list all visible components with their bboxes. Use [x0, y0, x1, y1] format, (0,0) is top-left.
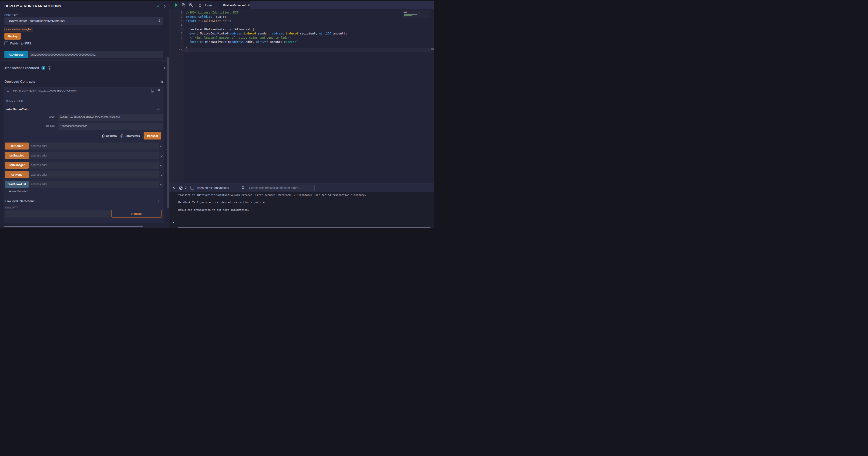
- contract-select[interactable]: INativeMinter - contracts/INativeMinter.…: [4, 17, 163, 25]
- terminal-prompt[interactable]: >: [172, 221, 174, 224]
- minimap-line: [404, 13, 431, 13]
- code-line[interactable]: 10: [169, 48, 402, 52]
- transactions-recorded-label: Transactions recorded: [4, 66, 39, 70]
- line-number: 5: [169, 27, 182, 31]
- function-row: readAllowList: [3, 181, 164, 188]
- minimap-divider: [431, 9, 431, 183]
- transactions-count-badge: 2: [41, 66, 45, 70]
- evm-version-badge: evm version: shanghai: [4, 27, 33, 31]
- zoom-in-icon[interactable]: [189, 3, 193, 7]
- function-arg-input-setManager[interactable]: [29, 162, 159, 169]
- transact-button[interactable]: transact: [144, 132, 161, 140]
- low-level-title: Low level interactions: [5, 199, 34, 203]
- line-number: 10: [169, 48, 182, 52]
- calldata-copy-label: Calldata: [106, 134, 117, 138]
- tab-home[interactable]: Home: [196, 1, 214, 9]
- deploy-button[interactable]: Deploy: [4, 33, 21, 39]
- minimap-line: [404, 17, 431, 18]
- function-button-setManager[interactable]: setManager: [5, 162, 29, 169]
- transactions-expand-chevron-icon[interactable]: [162, 66, 165, 69]
- code-line[interactable]: 7 // Mint [amount] number of native coin…: [169, 36, 402, 40]
- contract-label: CONTRACT: [4, 14, 19, 17]
- function-arg-input-setAdmin[interactable]: [29, 143, 159, 149]
- run-script-play-icon[interactable]: [175, 3, 178, 7]
- calldata-section-label: CALLDATA: [5, 206, 19, 209]
- publish-ipfs-checkbox[interactable]: [4, 41, 8, 45]
- function-action-row: Calldata Parameters transact: [102, 132, 161, 140]
- code-editor[interactable]: 1//SPDX-License-Identifier: MIT2pragma s…: [169, 9, 434, 183]
- code-line[interactable]: 3import "./IAllowList.sol";: [169, 19, 402, 23]
- function-arg-input-setNone[interactable]: [29, 171, 159, 178]
- function-button-setEnabled[interactable]: setEnabled: [5, 152, 29, 159]
- code-line[interactable]: 8 function mintNativeCoin(address addr, …: [169, 40, 402, 44]
- low-level-info-icon[interactable]: i: [158, 198, 159, 202]
- copy-parameters-button[interactable]: Parameters: [121, 134, 140, 138]
- function-expand-chevron-icon[interactable]: [160, 164, 162, 166]
- call-output-index: 0:: [9, 190, 12, 193]
- function-arg-input-readAllowList[interactable]: [29, 181, 159, 188]
- listen-transactions-checkbox[interactable]: [190, 186, 194, 190]
- transactions-recorded-row[interactable]: Transactions recorded 2: [4, 66, 51, 70]
- title-underline: [4, 10, 90, 10]
- zoom-out-icon[interactable]: [182, 3, 185, 7]
- code-line[interactable]: 5interface INativeMinter is IAllowList {: [169, 27, 402, 31]
- param-addr-input[interactable]: [58, 114, 163, 121]
- active-file-tab-label: INativeMinter.sol: [223, 3, 246, 7]
- panel-collapse-chevron-icon[interactable]: [163, 5, 165, 7]
- copy-calldata-button[interactable]: Calldata: [102, 134, 117, 138]
- tab-active-file[interactable]: INativeMinter.sol ×: [219, 1, 250, 9]
- deployed-contract-card: INATIVEMINTER AT 0X020...00001 (BLOCKCHA…: [3, 87, 164, 223]
- function-row: setNone: [3, 171, 164, 178]
- home-icon: [198, 3, 202, 7]
- minimap-line: [404, 17, 431, 17]
- code-line[interactable]: 6 event NativeCoinMinted(address indexed…: [169, 31, 402, 36]
- editor-scrollbar-mark[interactable]: [431, 49, 434, 50]
- clear-instances-trash-icon[interactable]: [160, 80, 163, 84]
- code-line[interactable]: 1//SPDX-License-Identifier: MIT: [169, 10, 402, 15]
- at-address-button[interactable]: At Address: [4, 51, 28, 58]
- deployed-contracts-title: Deployed Contracts: [4, 79, 35, 83]
- deploy-run-panel: DEPLOY & RUN TRANSACTIONS ✓ CONTRACT INa…: [0, 1, 169, 228]
- code-line[interactable]: 4: [169, 23, 402, 27]
- remove-instance-close-icon[interactable]: ×: [158, 88, 160, 92]
- minimap-line: [404, 16, 431, 16]
- instance-collapse-chevron-icon[interactable]: [7, 89, 9, 92]
- panel-title: DEPLOY & RUN TRANSACTIONS: [4, 4, 61, 8]
- function-button-setNone[interactable]: setNone: [5, 171, 29, 178]
- card-divider: [5, 197, 162, 197]
- code-lines: 1//SPDX-License-Identifier: MIT2pragma s…: [169, 10, 402, 52]
- function-button-readAllowList[interactable]: readAllowList: [5, 181, 29, 188]
- terminal-content[interactable]: transact to INativeMinter.mintNativeCoin…: [169, 192, 434, 228]
- home-tab-label: Home: [204, 3, 212, 7]
- terminal-collapse-double-chevron-icon[interactable]: [172, 186, 175, 190]
- editor-minimap[interactable]: [404, 10, 431, 19]
- tab-close-icon[interactable]: ×: [248, 3, 250, 7]
- select-arrows-icon: [158, 19, 160, 22]
- function-expand-chevron-icon[interactable]: [160, 154, 162, 157]
- terminal-logs: transact to INativeMinter.mintNativeCoin…: [178, 193, 368, 216]
- clear-console-icon[interactable]: [179, 186, 183, 190]
- copy-address-icon[interactable]: [151, 89, 154, 92]
- function-collapse-chevron-icon[interactable]: [157, 109, 160, 111]
- function-button-setAdmin[interactable]: setAdmin: [5, 143, 29, 149]
- call-output-value: uint256: role 3: [12, 190, 29, 193]
- at-address-input[interactable]: [28, 51, 163, 58]
- line-number: 9: [169, 44, 182, 48]
- terminal-horizontal-scrollbar[interactable]: [178, 227, 431, 228]
- param-amount-input[interactable]: [58, 123, 163, 130]
- line-number: 3: [169, 19, 182, 23]
- panel-horizontal-scrollbar[interactable]: [4, 226, 143, 227]
- expanded-function-name: mintNativeCoin: [6, 108, 28, 111]
- code-line[interactable]: 9}: [169, 44, 402, 48]
- low-level-transact-button[interactable]: Transact: [112, 210, 162, 218]
- pending-transactions-count: 0: [185, 186, 186, 189]
- function-arg-input-setEnabled[interactable]: [29, 152, 159, 159]
- function-expand-chevron-icon[interactable]: [160, 145, 162, 147]
- terminal-search-input[interactable]: [247, 185, 315, 191]
- function-expand-chevron-icon[interactable]: [160, 173, 162, 176]
- minimap-line: [404, 12, 431, 13]
- panel-vertical-scrollbar[interactable]: [167, 57, 169, 208]
- code-line[interactable]: 2pragma solidity ^0.8.0;: [169, 15, 402, 19]
- low-level-calldata-input[interactable]: [5, 210, 111, 218]
- function-expand-chevron-icon[interactable]: [160, 183, 162, 186]
